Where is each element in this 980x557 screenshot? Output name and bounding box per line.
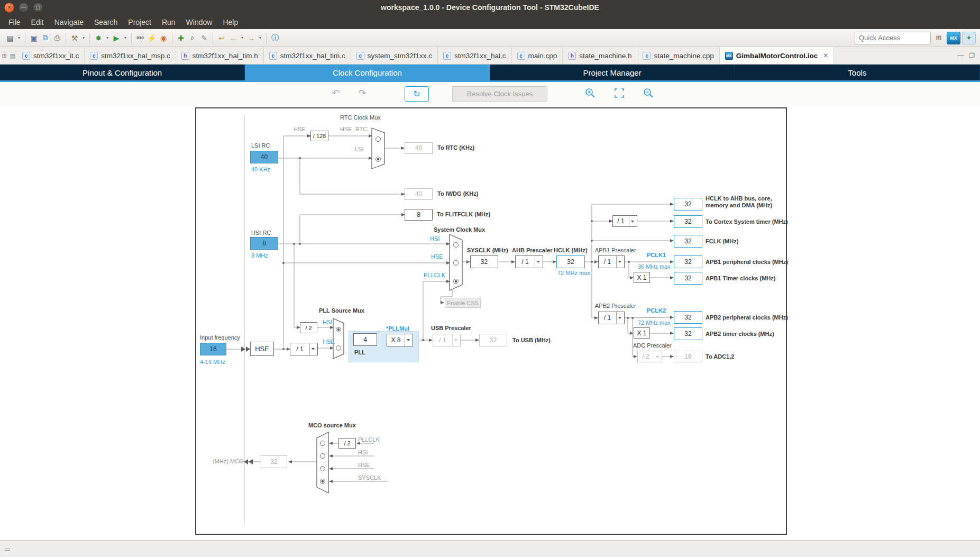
adc-prescaler-label: ADC Prescaler [633, 342, 672, 349]
undo-icon[interactable]: ↶ [329, 86, 343, 100]
mco-hse-radio[interactable] [320, 467, 325, 471]
maximize-editor-icon[interactable]: ❐ [969, 52, 975, 59]
tab-system-stm32f1xx-c[interactable]: c system_stm32f1xx.c [351, 47, 438, 64]
enable-css-button[interactable]: Enable CSS [445, 298, 481, 308]
hclk-max-label: 72 MHz max [557, 270, 590, 277]
tab-stm32f1xx-it-c[interactable]: c stm32f1xx_it.c [17, 47, 85, 64]
window-maximize-button[interactable]: ▢ [33, 3, 43, 13]
menu-run[interactable]: Run [157, 16, 181, 29]
h-file-icon: h [568, 52, 576, 60]
open-perspective-icon[interactable]: ⊞ [932, 32, 945, 44]
menu-window[interactable]: Window [181, 16, 218, 29]
flash-download-icon[interactable]: ⚡ [146, 32, 157, 44]
menu-help[interactable]: Help [217, 16, 243, 29]
hclk-label: HCLK (MHz) [554, 247, 588, 254]
debug-dropdown-icon[interactable]: ▾ [105, 32, 110, 44]
zoom-out-icon[interactable] [643, 87, 654, 99]
rtc-hse-radio[interactable] [376, 137, 381, 142]
sysmux-hsi-radio[interactable] [454, 243, 459, 248]
search-icon[interactable]: ⌕ [187, 32, 198, 44]
tab-clock-configuration[interactable]: Clock Configuration [245, 65, 490, 80]
zoom-fit-icon[interactable] [613, 87, 625, 99]
adc-prescaler-dropdown[interactable]: / 2 [637, 351, 662, 362]
input-frequency-value[interactable]: 16 [200, 343, 226, 355]
forward-icon[interactable]: → [246, 32, 257, 44]
mco-pllclk-radio[interactable] [320, 441, 325, 446]
new-wizard-dropdown-icon[interactable]: ▾ [16, 32, 22, 44]
ahb-prescaler-dropdown[interactable]: / 1 [515, 255, 543, 268]
annotation-icon[interactable]: ✎ [199, 32, 209, 44]
apb2-timer-value[interactable]: 32 [674, 327, 702, 340]
editor-switch-icon[interactable]: ▤ [8, 47, 17, 64]
print-icon[interactable]: ⎙ [52, 32, 62, 44]
debug-perspective-icon[interactable]: ✦ [962, 32, 976, 44]
new-cpp-class-icon[interactable]: ✚ [176, 32, 186, 44]
fclk-value[interactable]: 32 [674, 235, 702, 248]
hse-oscillator-box: HSE [250, 342, 274, 356]
tab-main-cpp[interactable]: c main.cpp [512, 47, 563, 64]
back-icon[interactable]: ← [228, 32, 239, 44]
apb1-prescaler-dropdown[interactable]: / 1 [598, 255, 625, 268]
restore-left-panel-icon[interactable]: ⊞ [0, 47, 8, 64]
sysclk-value[interactable]: 32 [470, 255, 498, 268]
debug-icon[interactable]: ✸ [93, 32, 104, 44]
usb-prescaler-dropdown[interactable]: / 1 [433, 334, 461, 346]
mco-hsi-radio[interactable] [320, 454, 325, 459]
forward-dropdown-icon[interactable]: ▾ [258, 32, 263, 44]
tab-gimbalmotorcontrol-ioc[interactable]: MX GimbalMotorControl.ioc ✕ [720, 47, 835, 64]
rtc-mux-title: RTC Clock Mux [340, 114, 381, 121]
info-icon[interactable]: ⓘ [270, 32, 280, 44]
run-icon[interactable]: ▶ [111, 32, 122, 44]
apb1-peripheral-value[interactable]: 32 [674, 255, 702, 268]
tab-tools[interactable]: Tools [735, 65, 980, 80]
new-wizard-icon[interactable]: ▤ [5, 32, 15, 44]
window-minimize-button[interactable]: — [19, 3, 29, 13]
menu-search[interactable]: Search [89, 16, 123, 29]
save-icon[interactable]: ▣ [29, 32, 39, 44]
reset-clock-button[interactable]: ↻ [405, 86, 429, 102]
browser-icon[interactable]: ◉ [158, 32, 169, 44]
tab-close-icon[interactable]: ✕ [823, 52, 828, 59]
hsi-rc-value: 8 [250, 237, 278, 250]
menu-project[interactable]: Project [123, 16, 157, 29]
hse-prediv-dropdown[interactable]: / 1 [290, 343, 318, 355]
binary-icon[interactable]: 010 [135, 32, 145, 44]
lsi-rc-freq-label: 40 KHz [251, 166, 270, 173]
apb2-prescaler-dropdown[interactable]: / 1 [598, 312, 625, 324]
last-edit-icon[interactable]: ↩ [216, 32, 227, 44]
zoom-in-icon[interactable] [584, 87, 596, 99]
tab-pinout-configuration[interactable]: Pinout & Configuration [0, 65, 245, 80]
menu-navigate[interactable]: Navigate [49, 16, 89, 29]
pllmux-hse-radio[interactable] [336, 346, 341, 351]
resolve-clock-issues-button[interactable]: Resolve Clock Issues [452, 86, 547, 102]
hclk-value[interactable]: 32 [556, 255, 585, 268]
menu-edit[interactable]: Edit [26, 16, 49, 29]
redo-icon[interactable]: ↷ [355, 86, 369, 100]
tab-state-machine-h[interactable]: h state_machine.h [563, 47, 637, 64]
run-dropdown-icon[interactable]: ▾ [123, 32, 128, 44]
back-dropdown-icon[interactable]: ▾ [240, 32, 245, 44]
tab-stm32f1xx-hal-tim-h[interactable]: h stm32f1xx_hal_tim.h [176, 47, 264, 64]
tab-stm32f1xx-hal-c[interactable]: c stm32f1xx_hal.c [438, 47, 512, 64]
apb2-peripheral-value[interactable]: 32 [674, 311, 702, 324]
build-icon[interactable]: ⚒ [69, 32, 80, 44]
menu-file[interactable]: File [3, 16, 26, 29]
apb1-timer-value[interactable]: 32 [674, 272, 702, 285]
save-all-icon[interactable]: ⧉ [40, 32, 51, 44]
cubemx-perspective-icon[interactable]: MX [947, 32, 960, 44]
pllmul-dropdown[interactable]: X 8 [387, 334, 413, 346]
tab-project-manager[interactable]: Project Manager [490, 65, 735, 80]
cortex-timer-value[interactable]: 32 [674, 215, 702, 228]
build-dropdown-icon[interactable]: ▾ [81, 32, 86, 44]
tab-stm32f1xx-hal-msp-c[interactable]: c stm32f1xx_hal_msp.c [85, 47, 176, 64]
sysmux-hse-radio[interactable] [454, 261, 459, 266]
quick-access-input[interactable] [855, 32, 931, 44]
minimize-editor-icon[interactable]: — [957, 52, 964, 59]
tab-stm32f1xx-hal-tim-c[interactable]: c stm32f1xx_hal_tim.c [264, 47, 351, 64]
hclk-ahb-bus-value[interactable]: 32 [674, 198, 702, 211]
mco-value: 32 [261, 455, 287, 468]
tab-state-machine-cpp[interactable]: c state_machine.cpp [637, 47, 719, 64]
mco-hse-label: HSE [358, 462, 370, 469]
cortex-prescaler-dropdown[interactable]: / 1 [612, 215, 637, 227]
window-close-button[interactable]: ✕ [4, 3, 14, 13]
